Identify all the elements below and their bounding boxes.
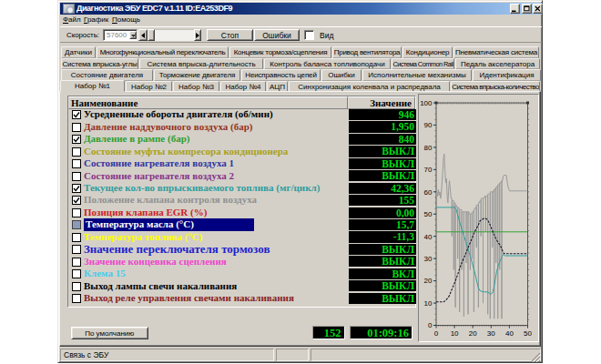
svg-text:30: 30 xyxy=(424,254,433,262)
svg-text:20: 20 xyxy=(469,329,477,338)
svg-text:20: 20 xyxy=(424,277,433,285)
svg-text:60: 60 xyxy=(424,187,433,196)
svg-text:0: 0 xyxy=(428,321,433,329)
svg-text:10: 10 xyxy=(424,298,433,307)
svg-text:90: 90 xyxy=(424,121,433,129)
svg-text:10: 10 xyxy=(451,329,459,338)
svg-text:50: 50 xyxy=(424,210,433,218)
svg-text:40: 40 xyxy=(424,232,433,240)
svg-text:80: 80 xyxy=(424,143,433,151)
svg-text:70: 70 xyxy=(424,166,433,174)
svg-text:30: 30 xyxy=(487,329,495,338)
svg-text:100: 100 xyxy=(420,98,433,106)
svg-text:50: 50 xyxy=(524,329,532,338)
svg-text:40: 40 xyxy=(505,329,514,338)
svg-text:0: 0 xyxy=(434,329,439,338)
